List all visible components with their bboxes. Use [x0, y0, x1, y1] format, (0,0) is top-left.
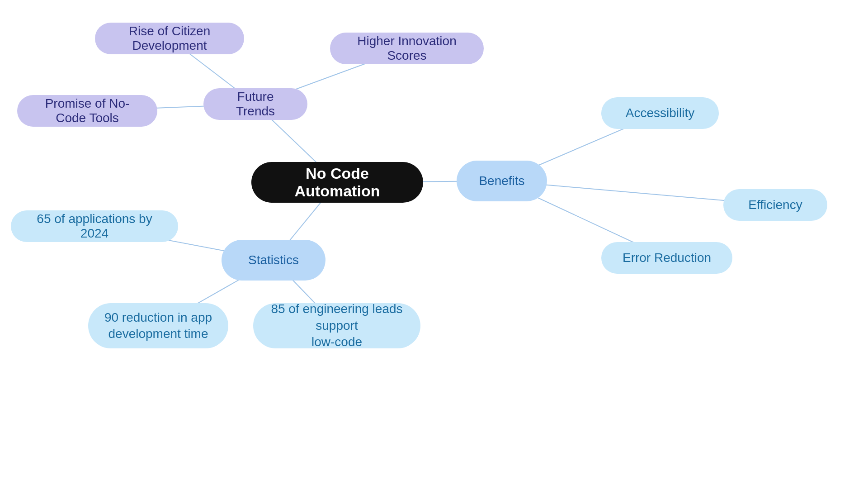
reduction-dev-label: 90 reduction in appdevelopment time [104, 309, 212, 343]
rise-citizen-label: Rise of Citizen Development [109, 24, 230, 53]
error-reduction-node: Error Reduction [601, 242, 732, 274]
center-node: No Code Automation [251, 162, 423, 203]
statistics-label: Statistics [248, 253, 299, 267]
benefits-node: Benefits [457, 161, 547, 201]
reduction-dev-node: 90 reduction in appdevelopment time [88, 303, 228, 348]
efficiency-label: Efficiency [748, 198, 802, 212]
apps-2024-label: 65 of applications by 2024 [25, 212, 164, 241]
engineering-leads-node: 85 of engineering leads supportlow-code [253, 303, 420, 348]
engineering-leads-label: 85 of engineering leads supportlow-code [268, 301, 406, 350]
promise-nocode-label: Promise of No-Code Tools [32, 96, 143, 125]
statistics-node: Statistics [222, 240, 326, 281]
error-reduction-label: Error Reduction [623, 251, 711, 265]
promise-nocode-node: Promise of No-Code Tools [17, 95, 157, 127]
accessibility-node: Accessibility [601, 97, 719, 129]
center-node-label: No Code Automation [266, 165, 409, 200]
future-trends-node: Future Trends [203, 88, 307, 120]
higher-innovation-node: Higher Innovation Scores [330, 33, 484, 64]
higher-innovation-label: Higher Innovation Scores [344, 34, 469, 63]
apps-2024-node: 65 of applications by 2024 [11, 210, 178, 242]
future-trends-label: Future Trends [218, 90, 293, 119]
benefits-label: Benefits [479, 174, 524, 188]
accessibility-label: Accessibility [626, 106, 694, 120]
rise-citizen-node: Rise of Citizen Development [95, 23, 244, 54]
efficiency-node: Efficiency [723, 189, 827, 221]
